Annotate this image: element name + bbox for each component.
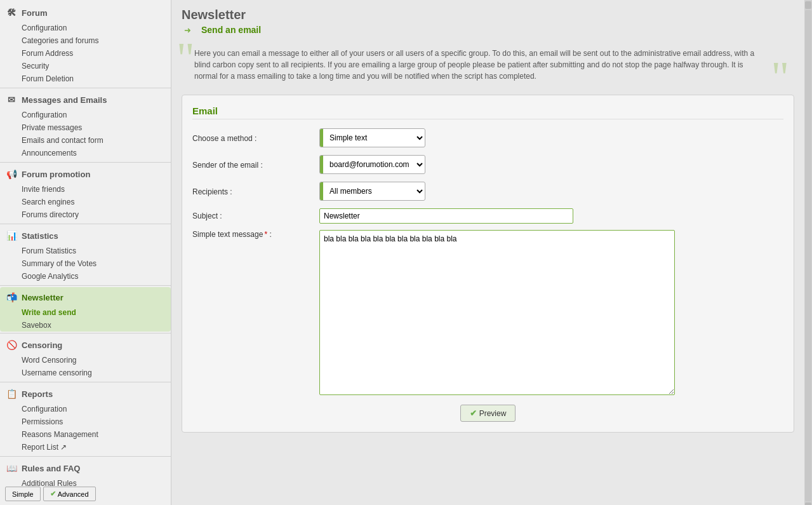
message-label: Simple text message* : [192,230,319,239]
sidebar-item-emails-contact[interactable]: Emails and contact form [0,134,171,147]
sidebar-item-summary-votes[interactable]: Summary of the Votes [0,257,171,270]
scrollbar-down-arrow[interactable] [805,502,811,505]
subject-input[interactable] [319,208,573,224]
bottom-buttons: Simple ✔ Advanced [5,487,96,501]
required-star: * [264,230,267,239]
sender-select[interactable]: board@forumotion.com [323,157,425,172]
scrollbar-track[interactable] [804,0,812,505]
recipients-control: All members Specific group [319,182,783,202]
sidebar-section-header-newsletter: 📬 Newsletter [0,287,171,306]
sidebar-item-write-send[interactable]: Write and send [0,306,171,319]
message-control: bla bla bla bla bla bla bla bla bla bla … [319,230,783,397]
sidebar-item-private-messages[interactable]: Private messages [0,121,171,134]
advanced-button[interactable]: ✔ Advanced [43,487,96,501]
description-container: " Here you can email a message to either… [182,43,794,87]
sender-select-wrapper: board@forumotion.com [319,155,425,174]
preview-label: Preview [479,409,507,418]
sidebar-item-forum-address[interactable]: Forum Address [0,47,171,60]
sidebar-section-label-newsletter: Newsletter [22,293,63,302]
sidebar-section-label-forum: Forum [22,8,47,18]
sidebar-section-forum-promotion: 📢 Forum promotion Invite friends Search … [0,164,171,221]
form-row-sender: Sender of the email : board@forumotion.c… [192,155,783,175]
forum-icon: 🛠 [5,6,18,19]
main-content: Newsletter ➜ Send an email " Here you ca… [171,0,804,505]
form-row-method: Choose a method : Simple text HTML [192,128,783,149]
sidebar-item-config3[interactable]: Configuration [0,403,171,415]
message-label-text: Simple text message [192,230,263,239]
sidebar-item-forums-directory[interactable]: Forums directory [0,208,171,221]
recipients-label: Recipients : [192,187,319,196]
quote-right-icon: " [771,55,789,100]
sidebar-section-header-censoring: 🚫 Censoring [0,335,171,354]
sidebar-item-reasons-management[interactable]: Reasons Management [0,428,171,441]
form-row-subject: Subject : [192,208,783,224]
sidebar-item-categories-forums[interactable]: Categories and forums [0,34,171,47]
sidebar-section-header-statistics: 📊 Statistics [0,226,171,245]
sidebar-section-reports: 📋 Reports Configuration Permissions Reas… [0,384,171,454]
preview-check-icon: ✔ [470,408,477,418]
sidebar-section-label-statistics: Statistics [22,231,58,241]
send-email-link[interactable]: Send an email [201,25,261,35]
form-row-recipients: Recipients : All members Specific group [192,182,783,202]
sidebar-section-label-censoring: Censoring [22,340,62,350]
sidebar-section-header-forum: 🛠 Forum [0,3,171,22]
scrollbar-up-arrow[interactable] [805,1,811,9]
sidebar-item-announcements[interactable]: Announcements [0,147,171,159]
sidebar-item-permissions[interactable]: Permissions [0,415,171,428]
subject-label: Subject : [192,212,319,220]
advanced-label: Advanced [58,490,89,498]
method-control: Simple text HTML [319,128,783,149]
page-header: Newsletter ➜ Send an email [182,3,794,37]
subject-control [319,208,783,224]
sidebar-item-configuration[interactable]: Configuration [0,22,171,34]
sidebar-section-header-promotion: 📢 Forum promotion [0,164,171,183]
method-label: Choose a method : [192,134,319,143]
form-row-message: Simple text message* : bla bla bla bla b… [192,230,783,397]
sidebar-item-search-engines[interactable]: Search engines [0,196,171,208]
sidebar-section-label-promotion: Forum promotion [22,170,90,179]
sidebar-section-header-reports: 📋 Reports [0,384,171,403]
description-text: Here you can email a message to either a… [182,43,794,87]
sidebar-section-label-reports: Reports [22,389,53,399]
page-title: Newsletter [182,8,794,22]
sidebar: 🛠 Forum Configuration Categories and for… [0,0,171,505]
sidebar-item-google-analytics[interactable]: Google Analytics [0,270,171,283]
sidebar-section-header-rules-faq: 📖 Rules and FAQ [0,458,171,477]
message-textarea[interactable]: bla bla bla bla bla bla bla bla bla bla … [319,230,675,395]
sidebar-section-forum: 🛠 Forum Configuration Categories and for… [0,3,171,85]
sidebar-item-invite-friends[interactable]: Invite friends [0,183,171,196]
sidebar-item-config2[interactable]: Configuration [0,109,171,121]
preview-row: ✔ Preview [192,405,783,422]
method-select[interactable]: Simple text HTML [323,130,425,145]
statistics-icon: 📊 [5,229,18,242]
send-email-label: Send an email [201,25,261,35]
messages-icon: ✉ [5,93,18,106]
sidebar-item-savebox[interactable]: Savebox [0,319,171,332]
email-section-title: Email [192,105,783,119]
sidebar-item-username-censoring[interactable]: Username censoring [0,367,171,379]
sidebar-section-label-messages: Messages and Emails [22,95,107,105]
sidebar-item-forum-deletion[interactable]: Forum Deletion [0,72,171,85]
simple-button[interactable]: Simple [5,487,41,501]
sidebar-section-messages: ✉ Messages and Emails Configuration Priv… [0,90,171,159]
sender-control: board@forumotion.com [319,155,783,175]
sidebar-section-label-rules-faq: Rules and FAQ [22,464,80,473]
newsletter-icon: 📬 [5,291,18,304]
sidebar-item-security[interactable]: Security [0,60,171,72]
reports-icon: 📋 [5,387,18,400]
method-select-wrapper: Simple text HTML [319,128,425,147]
sidebar-item-forum-statistics[interactable]: Forum Statistics [0,245,171,257]
sidebar-section-censoring: 🚫 Censoring Word Censoring Username cens… [0,335,171,379]
sidebar-item-report-list[interactable]: Report List ↗ [0,441,171,454]
rules-icon: 📖 [5,462,18,475]
check-icon: ✔ [50,490,56,498]
sidebar-section-header-messages: ✉ Messages and Emails [0,90,171,109]
preview-button[interactable]: ✔ Preview [460,405,516,422]
sidebar-item-word-censoring[interactable]: Word Censoring [0,354,171,367]
sender-label: Sender of the email : [192,161,319,170]
recipients-select[interactable]: All members Specific group [323,184,425,199]
scrollbar-thumb[interactable] [805,10,811,501]
email-section: Email Choose a method : Simple text HTML [182,95,794,433]
sidebar-section-statistics: 📊 Statistics Forum Statistics Summary of… [0,226,171,283]
sidebar-section-newsletter: 📬 Newsletter Write and send Savebox [0,287,171,332]
